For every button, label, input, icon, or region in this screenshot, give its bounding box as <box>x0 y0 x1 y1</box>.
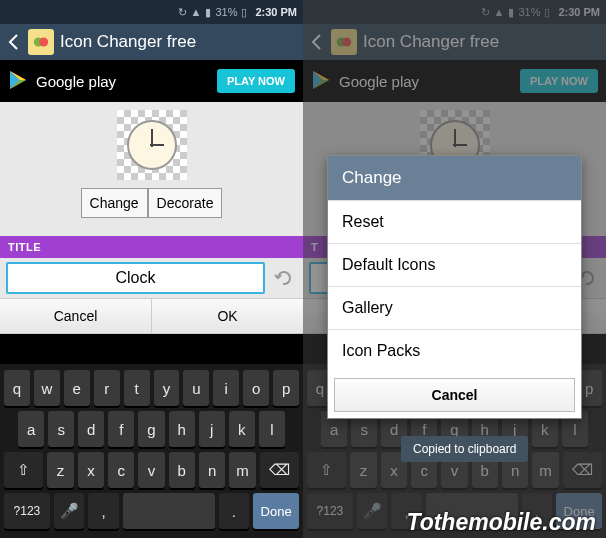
icon-checker-bg <box>117 110 187 180</box>
wifi-icon: ▲ <box>191 6 202 18</box>
key-c[interactable]: c <box>108 452 134 488</box>
sync-icon: ↻ <box>178 6 187 19</box>
dialog-cancel-button[interactable]: Cancel <box>334 378 575 412</box>
battery-text: 31% <box>215 6 237 18</box>
key-w[interactable]: w <box>34 370 60 406</box>
decorate-button[interactable]: Decorate <box>148 188 223 218</box>
key-j[interactable]: j <box>199 411 225 447</box>
screen-right: ↻ ▲ ▮ 31% ▯ 2:30 PM Icon Changer free Go… <box>303 0 606 538</box>
key-b[interactable]: b <box>169 452 195 488</box>
key-t[interactable]: t <box>124 370 150 406</box>
key-symbols[interactable]: ?123 <box>4 493 50 529</box>
key-r[interactable]: r <box>94 370 120 406</box>
key-y[interactable]: y <box>154 370 180 406</box>
ad-banner[interactable]: Google play PLAY NOW <box>0 60 303 102</box>
app-icon <box>28 29 54 55</box>
key-g[interactable]: g <box>138 411 164 447</box>
key-d[interactable]: d <box>78 411 104 447</box>
change-button[interactable]: Change <box>81 188 148 218</box>
keyboard: q w e r t y u i o p a s d f g h j k l <box>0 364 303 538</box>
key-f[interactable]: f <box>108 411 134 447</box>
battery-icon: ▯ <box>241 6 247 19</box>
key-o[interactable]: o <box>243 370 269 406</box>
app-title: Icon Changer free <box>60 32 196 52</box>
key-i[interactable]: i <box>213 370 239 406</box>
key-space[interactable] <box>123 493 215 529</box>
key-n[interactable]: n <box>199 452 225 488</box>
title-input-row <box>0 258 303 298</box>
clock-text: 2:30 PM <box>255 6 297 18</box>
undo-icon[interactable] <box>269 264 297 292</box>
clock-icon <box>127 120 177 170</box>
dialog-item-reset[interactable]: Reset <box>328 200 581 243</box>
watermark: Tothemobile.com <box>406 509 596 536</box>
title-input[interactable] <box>6 262 265 294</box>
ok-button[interactable]: OK <box>152 299 303 333</box>
key-u[interactable]: u <box>183 370 209 406</box>
svg-point-1 <box>39 38 48 47</box>
key-x[interactable]: x <box>78 452 104 488</box>
icon-action-row: Change Decorate <box>0 188 303 236</box>
key-shift[interactable]: ⇧ <box>4 452 43 488</box>
change-dialog: Change Reset Default Icons Gallery Icon … <box>327 155 582 419</box>
key-period[interactable]: . <box>219 493 250 529</box>
dialog-item-gallery[interactable]: Gallery <box>328 286 581 329</box>
key-q[interactable]: q <box>4 370 30 406</box>
title-section-header: TITLE <box>0 236 303 258</box>
key-mic[interactable]: 🎤 <box>54 493 85 529</box>
ad-brand: Google play <box>36 73 116 90</box>
icon-preview <box>0 102 303 188</box>
key-comma[interactable]: , <box>88 493 119 529</box>
screen-left: ↻ ▲ ▮ 31% ▯ 2:30 PM Icon Changer free Go… <box>0 0 303 538</box>
key-l[interactable]: l <box>259 411 285 447</box>
cancel-button[interactable]: Cancel <box>0 299 152 333</box>
key-v[interactable]: v <box>138 452 164 488</box>
key-p[interactable]: p <box>273 370 299 406</box>
status-bar: ↻ ▲ ▮ 31% ▯ 2:30 PM <box>0 0 303 24</box>
key-m[interactable]: m <box>229 452 255 488</box>
key-z[interactable]: z <box>47 452 73 488</box>
key-k[interactable]: k <box>229 411 255 447</box>
play-store-icon <box>8 69 30 94</box>
dialog-buttons: Cancel OK <box>0 298 303 334</box>
key-done[interactable]: Done <box>253 493 299 529</box>
dialog-title: Change <box>328 156 581 200</box>
key-e[interactable]: e <box>64 370 90 406</box>
key-s[interactable]: s <box>48 411 74 447</box>
ad-cta-button[interactable]: PLAY NOW <box>217 69 295 93</box>
dialog-item-icon-packs[interactable]: Icon Packs <box>328 329 581 372</box>
title-bar: Icon Changer free <box>0 24 303 60</box>
signal-icon: ▮ <box>205 6 211 19</box>
key-backspace[interactable]: ⌫ <box>260 452 299 488</box>
dialog-item-default-icons[interactable]: Default Icons <box>328 243 581 286</box>
key-a[interactable]: a <box>18 411 44 447</box>
key-h[interactable]: h <box>169 411 195 447</box>
back-icon[interactable] <box>4 24 22 60</box>
toast: Copied to clipboard <box>401 436 528 462</box>
